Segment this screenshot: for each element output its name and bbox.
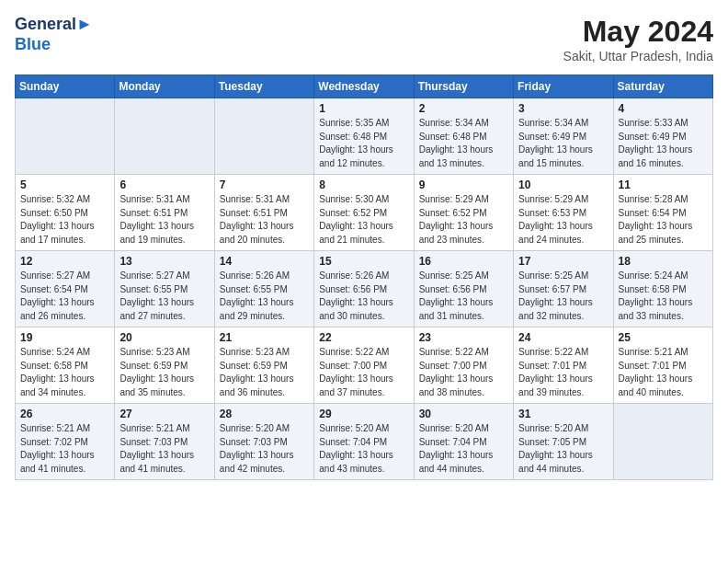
- calendar-cell: 6Sunrise: 5:31 AMSunset: 6:51 PMDaylight…: [115, 175, 214, 251]
- day-number: 29: [319, 408, 408, 420]
- day-info: Sunrise: 5:20 AMSunset: 7:03 PMDaylight:…: [220, 422, 309, 476]
- day-number: 25: [619, 331, 708, 344]
- calendar-cell: 8Sunrise: 5:30 AMSunset: 6:52 PMDaylight…: [314, 175, 414, 251]
- day-number: 14: [220, 255, 309, 268]
- month-year-title: May 2024: [563, 15, 713, 49]
- day-info: Sunrise: 5:31 AMSunset: 6:51 PMDaylight:…: [220, 193, 309, 247]
- weekday-header-thursday: Thursday: [414, 75, 513, 98]
- calendar-cell: 2Sunrise: 5:34 AMSunset: 6:48 PMDaylight…: [414, 98, 513, 175]
- day-number: 23: [419, 331, 508, 344]
- day-info: Sunrise: 5:29 AMSunset: 6:52 PMDaylight:…: [419, 193, 508, 247]
- calendar-week-row: 12Sunrise: 5:27 AMSunset: 6:54 PMDayligh…: [16, 251, 713, 327]
- day-info: Sunrise: 5:21 AMSunset: 7:02 PMDaylight:…: [20, 422, 109, 476]
- logo-arrow-icon: ►: [76, 15, 93, 33]
- day-number: 4: [619, 102, 708, 115]
- calendar-cell: 10Sunrise: 5:29 AMSunset: 6:53 PMDayligh…: [514, 175, 613, 251]
- calendar-cell: 3Sunrise: 5:34 AMSunset: 6:49 PMDaylight…: [514, 98, 613, 175]
- day-number: 31: [518, 408, 608, 420]
- day-info: Sunrise: 5:26 AMSunset: 6:56 PMDaylight:…: [319, 270, 408, 323]
- calendar-cell: 12Sunrise: 5:27 AMSunset: 6:54 PMDayligh…: [16, 251, 115, 327]
- day-info: Sunrise: 5:20 AMSunset: 7:04 PMDaylight:…: [419, 422, 508, 476]
- day-info: Sunrise: 5:26 AMSunset: 6:55 PMDaylight:…: [220, 270, 309, 323]
- calendar-cell: 7Sunrise: 5:31 AMSunset: 6:51 PMDaylight…: [214, 175, 313, 251]
- calendar-cell: 14Sunrise: 5:26 AMSunset: 6:55 PMDayligh…: [214, 251, 313, 327]
- calendar-cell: 20Sunrise: 5:23 AMSunset: 6:59 PMDayligh…: [115, 327, 214, 404]
- day-info: Sunrise: 5:32 AMSunset: 6:50 PMDaylight:…: [20, 193, 109, 247]
- page-header: General► Blue May 2024 Sakit, Uttar Prad…: [15, 15, 713, 63]
- day-info: Sunrise: 5:29 AMSunset: 6:53 PMDaylight:…: [518, 193, 608, 247]
- calendar-week-row: 26Sunrise: 5:21 AMSunset: 7:02 PMDayligh…: [16, 404, 713, 480]
- day-info: Sunrise: 5:23 AMSunset: 6:59 PMDaylight:…: [220, 346, 309, 399]
- calendar-week-row: 5Sunrise: 5:32 AMSunset: 6:50 PMDaylight…: [16, 175, 713, 251]
- calendar-cell: 26Sunrise: 5:21 AMSunset: 7:02 PMDayligh…: [16, 404, 115, 480]
- day-number: 16: [419, 255, 508, 268]
- day-info: Sunrise: 5:25 AMSunset: 6:56 PMDaylight:…: [419, 270, 508, 323]
- day-info: Sunrise: 5:33 AMSunset: 6:49 PMDaylight:…: [619, 117, 708, 170]
- day-number: 10: [518, 178, 608, 191]
- day-info: Sunrise: 5:31 AMSunset: 6:51 PMDaylight:…: [119, 193, 209, 247]
- day-number: 26: [20, 408, 109, 420]
- day-info: Sunrise: 5:27 AMSunset: 6:54 PMDaylight:…: [20, 270, 109, 323]
- day-info: Sunrise: 5:35 AMSunset: 6:48 PMDaylight:…: [319, 117, 408, 170]
- day-number: 6: [119, 178, 209, 191]
- logo-blue: Blue: [15, 35, 93, 55]
- day-info: Sunrise: 5:21 AMSunset: 7:03 PMDaylight:…: [119, 422, 209, 476]
- day-number: 28: [220, 408, 309, 420]
- location-subtitle: Sakit, Uttar Pradesh, India: [563, 49, 713, 63]
- weekday-header-saturday: Saturday: [613, 75, 712, 98]
- weekday-header-row: SundayMondayTuesdayWednesdayThursdayFrid…: [16, 75, 713, 98]
- day-number: 27: [119, 408, 209, 420]
- calendar-cell: 30Sunrise: 5:20 AMSunset: 7:04 PMDayligh…: [414, 404, 513, 480]
- calendar-cell: 5Sunrise: 5:32 AMSunset: 6:50 PMDaylight…: [16, 175, 115, 251]
- calendar-cell: 31Sunrise: 5:20 AMSunset: 7:05 PMDayligh…: [514, 404, 613, 480]
- weekday-header-wednesday: Wednesday: [314, 75, 414, 98]
- calendar-cell: 24Sunrise: 5:22 AMSunset: 7:01 PMDayligh…: [514, 327, 613, 404]
- day-number: 3: [518, 102, 608, 115]
- calendar-cell: 16Sunrise: 5:25 AMSunset: 6:56 PMDayligh…: [414, 251, 513, 327]
- day-number: 18: [619, 255, 708, 268]
- day-number: 21: [220, 331, 309, 344]
- calendar-cell: 1Sunrise: 5:35 AMSunset: 6:48 PMDaylight…: [314, 98, 414, 175]
- day-info: Sunrise: 5:30 AMSunset: 6:52 PMDaylight:…: [319, 193, 408, 247]
- day-info: Sunrise: 5:28 AMSunset: 6:54 PMDaylight:…: [619, 193, 708, 247]
- day-info: Sunrise: 5:24 AMSunset: 6:58 PMDaylight:…: [619, 270, 708, 323]
- calendar-cell: 13Sunrise: 5:27 AMSunset: 6:55 PMDayligh…: [115, 251, 214, 327]
- day-number: 9: [419, 178, 508, 191]
- day-number: 19: [20, 331, 109, 344]
- day-number: 11: [619, 178, 708, 191]
- day-info: Sunrise: 5:23 AMSunset: 6:59 PMDaylight:…: [119, 346, 209, 399]
- title-block: May 2024 Sakit, Uttar Pradesh, India: [563, 15, 713, 63]
- day-number: 20: [119, 331, 209, 344]
- day-number: 7: [220, 178, 309, 191]
- calendar-cell: 21Sunrise: 5:23 AMSunset: 6:59 PMDayligh…: [214, 327, 313, 404]
- calendar-week-row: 19Sunrise: 5:24 AMSunset: 6:58 PMDayligh…: [16, 327, 713, 404]
- calendar-cell: [214, 98, 313, 175]
- calendar-cell: 17Sunrise: 5:25 AMSunset: 6:57 PMDayligh…: [514, 251, 613, 327]
- day-number: 22: [319, 331, 408, 344]
- calendar-cell: 27Sunrise: 5:21 AMSunset: 7:03 PMDayligh…: [115, 404, 214, 480]
- calendar-table: SundayMondayTuesdayWednesdayThursdayFrid…: [15, 75, 713, 480]
- calendar-cell: 18Sunrise: 5:24 AMSunset: 6:58 PMDayligh…: [613, 251, 712, 327]
- day-number: 8: [319, 178, 408, 191]
- logo-general: General: [15, 15, 76, 33]
- calendar-cell: 9Sunrise: 5:29 AMSunset: 6:52 PMDaylight…: [414, 175, 513, 251]
- calendar-cell: 29Sunrise: 5:20 AMSunset: 7:04 PMDayligh…: [314, 404, 414, 480]
- weekday-header-sunday: Sunday: [16, 75, 115, 98]
- weekday-header-tuesday: Tuesday: [214, 75, 313, 98]
- day-number: 15: [319, 255, 408, 268]
- calendar-cell: 23Sunrise: 5:22 AMSunset: 7:00 PMDayligh…: [414, 327, 513, 404]
- day-info: Sunrise: 5:22 AMSunset: 7:00 PMDaylight:…: [419, 346, 508, 399]
- day-number: 5: [20, 178, 109, 191]
- calendar-cell: 28Sunrise: 5:20 AMSunset: 7:03 PMDayligh…: [214, 404, 313, 480]
- calendar-cell: 4Sunrise: 5:33 AMSunset: 6:49 PMDaylight…: [613, 98, 712, 175]
- day-number: 24: [518, 331, 608, 344]
- day-number: 12: [20, 255, 109, 268]
- day-info: Sunrise: 5:20 AMSunset: 7:04 PMDaylight:…: [319, 422, 408, 476]
- day-info: Sunrise: 5:22 AMSunset: 7:01 PMDaylight:…: [518, 346, 608, 399]
- weekday-header-friday: Friday: [514, 75, 613, 98]
- day-info: Sunrise: 5:34 AMSunset: 6:48 PMDaylight:…: [419, 117, 508, 170]
- calendar-week-row: 1Sunrise: 5:35 AMSunset: 6:48 PMDaylight…: [16, 98, 713, 175]
- day-info: Sunrise: 5:34 AMSunset: 6:49 PMDaylight:…: [518, 117, 608, 170]
- logo: General► Blue: [15, 15, 93, 54]
- calendar-cell: [115, 98, 214, 175]
